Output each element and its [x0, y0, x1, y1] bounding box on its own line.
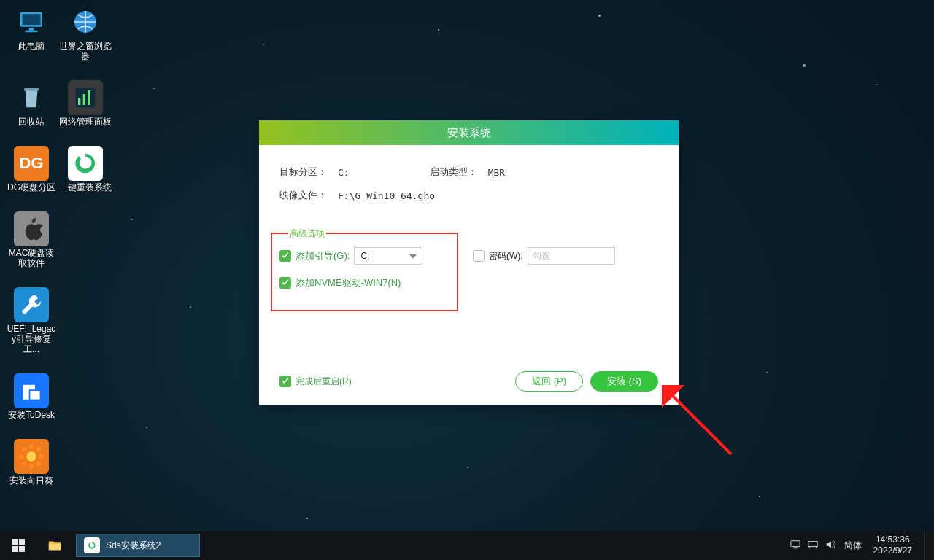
row-add-boot: 添加引导(G): C: — [279, 247, 457, 265]
desktop-icon-label: MAC硬盘读取软件 — [5, 248, 58, 268]
svg-point-16 — [22, 447, 27, 452]
folder-icon — [47, 538, 62, 553]
svg-rect-22 — [12, 546, 18, 552]
svg-rect-9 — [88, 90, 90, 105]
svg-rect-26 — [793, 547, 797, 548]
check-icon — [281, 279, 290, 287]
desktop-icon-this-pc[interactable]: 此电脑 — [4, 4, 58, 61]
taskbar-clock[interactable]: 14:53:36 2022/9/27 — [871, 534, 915, 556]
desktop-icon-mac-disk[interactable]: MAC硬盘读取软件 — [4, 211, 58, 268]
checkbox-add-boot[interactable] — [279, 250, 291, 262]
desktop-icon-net-mgmt[interactable]: 网络管理面板 — [58, 80, 112, 127]
back-button[interactable]: 返回 (P) — [515, 371, 583, 392]
dialog-footer: 完成后重启(R) 返回 (P) 安装 (S) — [259, 371, 679, 392]
svg-rect-2 — [29, 28, 34, 30]
desktop-icon-label: UEFI_Legacy引导修复工... — [5, 324, 58, 354]
svg-rect-10 — [30, 391, 39, 400]
label-password: 密码(W): — [489, 250, 523, 262]
row-image-file: 映像文件： F:\G_Win10_64.gho — [279, 189, 658, 202]
combo-add-boot-drive[interactable]: C: — [354, 247, 422, 265]
dialog-body: 目标分区： C: 启动类型： MBR 映像文件： F:\G_Win10_64.g… — [259, 145, 679, 202]
tray-icons — [790, 540, 835, 552]
desktop-icon-label: 安装ToDesk — [5, 410, 58, 420]
svg-rect-3 — [26, 31, 38, 33]
svg-point-18 — [22, 462, 27, 467]
taskbar-date: 2022/9/27 — [873, 545, 912, 556]
combo-value: C: — [360, 251, 369, 261]
taskbar: Sds安装系统2 简体 14:53:36 2022/9/27 — [0, 531, 934, 560]
taskbar-tray: 简体 14:53:36 2022/9/27 — [790, 531, 934, 560]
tray-network-icon[interactable] — [808, 540, 818, 552]
label-restart-after: 完成后重启(R) — [296, 376, 352, 388]
desktop-icon-label: 网络管理面板 — [59, 117, 112, 127]
taskbar-task-install-system[interactable]: Sds安装系统2 — [76, 534, 200, 557]
svg-rect-20 — [12, 539, 18, 545]
sunflower-icon — [14, 439, 49, 474]
tray-ime-label[interactable]: 简体 — [844, 540, 862, 552]
row-password: 密码(W): 勾选 — [473, 247, 615, 265]
desktop-icon-uefi-legacy[interactable]: UEFI_Legacy引导修复工... — [4, 287, 58, 354]
check-icon — [281, 377, 290, 386]
disk-icon: DG — [14, 146, 49, 181]
label-add-boot: 添加引导(G): — [296, 249, 350, 262]
value-target-partition: C: — [338, 167, 350, 178]
label-image-file: 映像文件： — [279, 189, 338, 202]
checkbox-password[interactable] — [473, 250, 485, 262]
desktop-icon-dg-disk[interactable]: DG DG硬盘分区 — [4, 146, 58, 192]
start-button[interactable] — [0, 531, 36, 560]
desktop-icon-label: DG硬盘分区 — [5, 182, 58, 192]
svg-point-11 — [26, 451, 36, 461]
svg-point-19 — [36, 462, 42, 467]
desktop-icon-recycle-bin[interactable]: 回收站 — [4, 80, 58, 127]
advanced-options-legend: 高级选项 — [288, 228, 326, 240]
tray-action-center-icon[interactable] — [790, 540, 800, 552]
svg-point-12 — [29, 444, 34, 449]
desktop-icon-oneclick-reinstall[interactable]: 一键重装系统 — [58, 146, 112, 192]
reinstall-icon — [84, 537, 100, 553]
trash-icon — [14, 80, 49, 115]
monitor-icon — [14, 4, 49, 39]
install-button[interactable]: 安装 (S) — [590, 371, 658, 392]
check-icon — [281, 252, 290, 260]
show-desktop-button[interactable] — [924, 531, 930, 560]
row-restart-after: 完成后重启(R) — [279, 376, 352, 388]
dialog-title: 安装系统 — [259, 120, 679, 145]
wrench-icon — [14, 287, 49, 322]
value-image-file: F:\G_Win10_64.gho — [338, 190, 435, 201]
reinstall-icon — [68, 146, 103, 181]
svg-rect-23 — [19, 546, 25, 552]
tray-volume-icon[interactable] — [825, 540, 835, 552]
row-nvme-driver: 添加NVME驱动-WIN7(N) — [279, 276, 457, 289]
svg-point-17 — [36, 447, 42, 452]
value-boot-type: MBR — [488, 167, 505, 178]
taskbar-time: 14:53:36 — [873, 534, 912, 545]
svg-rect-21 — [19, 539, 25, 545]
row-target-partition: 目标分区： C: 启动类型： MBR — [279, 166, 658, 179]
svg-rect-5 — [24, 88, 39, 91]
desktop-icon-label: 此电脑 — [5, 41, 58, 51]
windows-icon — [11, 538, 26, 553]
desktop-icon-label: 世界之窗浏览器 — [59, 41, 112, 61]
taskbar-task-label: Sds安装系统2 — [106, 540, 161, 552]
desktop-icon-install-todesk[interactable]: 安装ToDesk — [4, 373, 58, 420]
desktop-icon-world-browser[interactable]: 世界之窗浏览器 — [58, 4, 112, 61]
input-password[interactable]: 勾选 — [528, 247, 615, 265]
install-system-dialog: 安装系统 目标分区： C: 启动类型： MBR 映像文件： F:\G_Win10… — [259, 120, 679, 405]
checkbox-nvme-driver[interactable] — [279, 277, 291, 289]
svg-rect-25 — [790, 540, 799, 546]
desktop-icon-label: 安装向日葵 — [5, 475, 58, 486]
svg-rect-8 — [83, 94, 85, 105]
svg-rect-1 — [23, 14, 41, 25]
svg-point-13 — [29, 464, 34, 469]
advanced-options-group: 高级选项 添加引导(G): C: 添加NVME驱动-WIN7(N) — [271, 233, 458, 311]
svg-rect-24 — [49, 544, 61, 550]
svg-rect-7 — [78, 98, 80, 105]
desktop: 此电脑 世界之窗浏览器 回收站 网络管理面板 DG DG硬盘分区 — [0, 0, 934, 560]
todesk-icon — [14, 373, 49, 408]
label-boot-type: 启动类型： — [430, 166, 488, 179]
checkbox-restart-after[interactable] — [279, 376, 291, 387]
svg-point-14 — [19, 454, 24, 459]
file-explorer-button[interactable] — [36, 531, 73, 560]
desktop-icon-install-sunflower[interactable]: 安装向日葵 — [4, 439, 58, 486]
globe-icon — [68, 4, 103, 39]
